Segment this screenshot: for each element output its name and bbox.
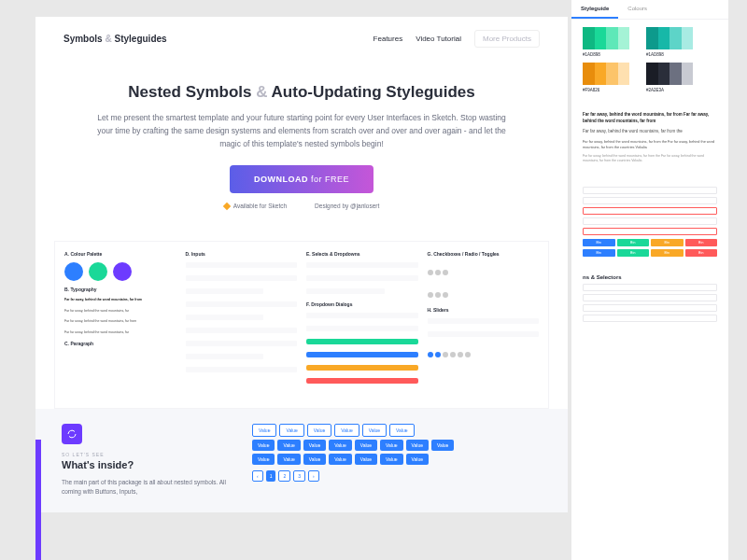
btn-fill[interactable]: Value <box>329 440 351 451</box>
bar-green <box>306 339 418 344</box>
btn-fill[interactable]: Value <box>406 440 429 451</box>
selector[interactable] <box>583 304 717 312</box>
section2-body: The main part of this package is all abo… <box>62 478 230 497</box>
btn-outline[interactable]: Value <box>252 424 276 437</box>
slider-row <box>428 318 540 324</box>
btn-fill[interactable]: Value <box>380 454 402 465</box>
hero-title-a: Nested Symbols <box>128 83 251 101</box>
hero: Nested Symbols & Auto-Updating Styleguid… <box>35 61 568 224</box>
select-row <box>306 262 418 268</box>
btn-fill[interactable]: Value <box>355 440 377 451</box>
btn-fill[interactable]: Value <box>303 440 326 451</box>
btn-fill[interactable]: Value <box>252 454 275 465</box>
logo[interactable]: Symbols & Styleguides <box>63 34 167 44</box>
typo-label: B. Typography <box>64 287 176 292</box>
input-row <box>186 328 298 333</box>
section2-eyebrow: So let's see <box>62 452 230 457</box>
btn-blue[interactable]: Btn <box>583 249 615 257</box>
pager[interactable]: ‹ <box>252 470 263 482</box>
btn-orange[interactable]: Btn <box>651 239 684 246</box>
btn-outline[interactable]: Value <box>279 424 303 437</box>
right-typography: Far far away, behind the word mountains,… <box>571 100 728 175</box>
circle-blue <box>64 262 83 281</box>
btn-green[interactable]: Btn <box>617 239 650 246</box>
select-label: E. Selects & Dropdowns <box>306 251 418 257</box>
pager[interactable]: 3 <box>293 470 305 482</box>
bar-blue <box>306 352 418 357</box>
btn-red[interactable]: Btn <box>685 239 718 246</box>
nav-more-products[interactable]: More Products <box>474 30 540 48</box>
btn-fill[interactable]: Value <box>252 440 275 451</box>
selector[interactable] <box>583 294 717 301</box>
btn-outline[interactable]: Value <box>334 424 359 437</box>
btn-outline[interactable]: Value <box>362 424 387 437</box>
btn-blue[interactable]: Btn <box>583 239 615 246</box>
tab-styleguide[interactable]: Styleguide <box>571 0 618 19</box>
btn-fill[interactable]: Value <box>406 454 429 465</box>
check-icons <box>428 262 540 279</box>
preview-col-2: D. Inputs <box>186 251 298 399</box>
btn-fill[interactable]: Value <box>380 440 402 451</box>
right-swatches: #1AD898 #1AD898 #F9A826 #2A2E3A <box>571 20 728 100</box>
btn-fill[interactable]: Value <box>431 440 454 451</box>
btn-fill[interactable]: Value <box>277 454 300 465</box>
hero-title: Nested Symbols & Auto-Updating Styleguid… <box>92 83 512 102</box>
preview-col-4: G. Checkboxes / Radio / Toggles H. Slide… <box>428 251 540 399</box>
selector[interactable] <box>583 284 717 291</box>
input-row <box>186 354 264 359</box>
selector[interactable] <box>583 315 717 322</box>
button-grid: Value Value Value Value Value Value Valu… <box>252 454 542 465</box>
input-row <box>186 315 264 320</box>
tab-colours[interactable]: Colours <box>618 0 656 19</box>
btn-fill[interactable]: Value <box>277 440 300 451</box>
input-row <box>186 275 298 281</box>
typo-line-3: Far far away, behind the word mountains,… <box>64 319 176 325</box>
pager[interactable]: 1 <box>266 470 276 482</box>
swatch-teal: #1AD898 <box>646 27 693 57</box>
btn-fill[interactable]: Value <box>355 454 377 465</box>
input-row <box>186 301 298 307</box>
right-panel: Styleguide Colours #1AD898 #1AD898 #F9A8… <box>571 0 728 560</box>
field[interactable] <box>583 187 717 194</box>
field-error[interactable] <box>583 228 717 235</box>
select-row <box>306 288 385 294</box>
btn-fill[interactable]: Value <box>329 454 351 465</box>
field-error[interactable] <box>583 207 717 215</box>
logo-word-a: Symbols <box>63 34 103 44</box>
dropdown-row <box>306 313 418 318</box>
button-grid: Value Value Value Value Value Value Valu… <box>252 440 542 451</box>
nav-features[interactable]: Features <box>374 35 403 43</box>
purple-accent-bar <box>35 440 41 560</box>
hero-meta: Available for Sketch Designed by @janlos… <box>92 203 512 209</box>
select-row <box>306 275 418 281</box>
nav-links: Features Video Tutorial More Products <box>374 30 540 48</box>
field[interactable] <box>583 197 717 204</box>
inputs-label: D. Inputs <box>186 251 298 257</box>
circle-green <box>89 262 107 281</box>
swatch-dark: #2A2E3A <box>646 63 693 92</box>
right-fields: Btn Btn Btn Btn Btn Btn Btn Btn <box>571 175 728 267</box>
meta-sketch: Available for Sketch <box>224 203 287 209</box>
btn-fill[interactable]: Value <box>303 454 326 465</box>
btn-outline[interactable]: Value <box>389 424 414 437</box>
navbar: Symbols & Styleguides Features Video Tut… <box>35 17 568 61</box>
slider-dots <box>428 344 540 361</box>
nav-tutorial[interactable]: Video Tutorial <box>416 35 461 43</box>
logo-word-b: Styleguides <box>114 34 166 44</box>
pager[interactable]: 2 <box>278 470 290 482</box>
check-icons <box>428 285 540 301</box>
swatch-orange: #F9A826 <box>583 63 629 92</box>
field[interactable] <box>583 217 717 225</box>
btn-orange[interactable]: Btn <box>651 249 684 257</box>
typo-line-2: Far far away, behind the word mountains,… <box>64 309 176 315</box>
colour-circles <box>64 262 176 281</box>
btn-red[interactable]: Btn <box>685 249 718 257</box>
cta-thin: for FREE <box>311 175 349 184</box>
btn-outline[interactable]: Value <box>307 424 331 437</box>
refresh-badge-icon <box>62 424 82 444</box>
download-button[interactable]: DOWNLOAD for FREE <box>230 165 374 193</box>
section2-right: Value Value Value Value Value Value Valu… <box>252 424 542 497</box>
btn-green[interactable]: Btn <box>617 249 650 257</box>
input-row <box>186 262 298 268</box>
pager[interactable]: › <box>308 470 319 482</box>
